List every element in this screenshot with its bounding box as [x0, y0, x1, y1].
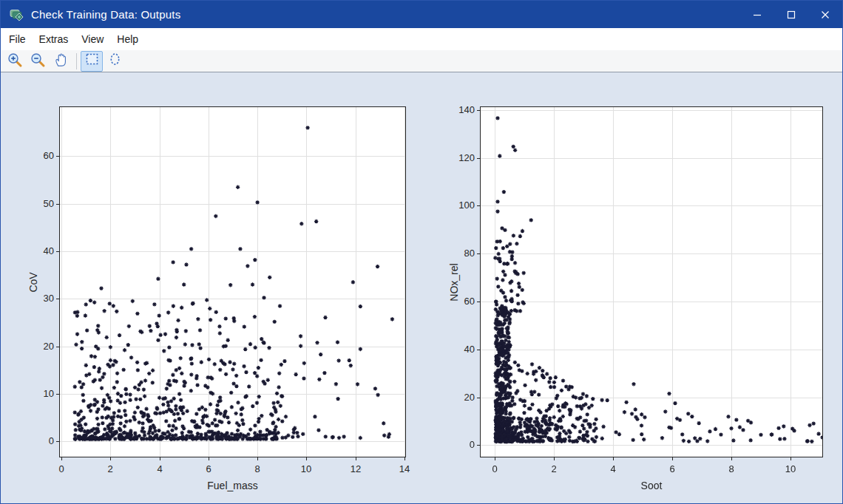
titlebar: Check Training Data: Outputs: [1, 1, 842, 28]
x-tick-label: 4: [598, 463, 628, 474]
y-tick-mark: [477, 350, 480, 350]
y-tick-mark: [56, 441, 59, 442]
x-tick-label: 8: [243, 463, 272, 474]
x-tick-mark: [672, 457, 673, 460]
plot-canvas-left[interactable]: [59, 106, 406, 457]
pan-hand-icon: [53, 52, 69, 70]
y-tick-label: 10: [24, 388, 54, 399]
menu-item-view[interactable]: View: [75, 30, 110, 49]
x-tick-mark: [306, 457, 307, 460]
y-tick-mark: [56, 204, 59, 205]
ellipse-select-icon: [107, 52, 123, 70]
y-tick-mark: [477, 302, 480, 302]
x-tick-label: 0: [480, 463, 509, 474]
y-tick-mark: [56, 251, 59, 252]
y-tick-mark: [56, 156, 59, 157]
x-tick-label: 8: [717, 463, 746, 474]
y-tick-label: 40: [24, 245, 54, 256]
y-tick-label: 100: [445, 200, 475, 211]
toolbar: [1, 50, 842, 72]
menu-item-extras[interactable]: Extras: [33, 30, 75, 49]
y-tick-label: 0: [445, 439, 475, 450]
app-icon: [9, 7, 25, 23]
x-tick-mark: [110, 457, 111, 460]
x-tick-mark: [209, 457, 209, 460]
y-tick-mark: [56, 299, 59, 299]
x-tick-mark: [356, 457, 356, 460]
maximize-button[interactable]: [774, 1, 808, 28]
toolbar-separator: [76, 53, 77, 69]
x-tick-mark: [495, 457, 495, 460]
x-tick-mark: [257, 457, 258, 460]
menu-item-help[interactable]: Help: [110, 30, 145, 49]
x-tick-label: 2: [539, 463, 569, 474]
x-tick-label: 14: [390, 463, 419, 474]
ellipse-select-button[interactable]: [104, 51, 126, 72]
scatter-plot-cov-vs-fuelmass[interactable]: [59, 106, 406, 457]
y-tick-label: 80: [445, 248, 475, 259]
y-tick-label: 140: [445, 104, 475, 115]
y-tick-label: 50: [24, 198, 54, 209]
minimize-button[interactable]: [740, 1, 774, 28]
x-tick-mark: [790, 457, 791, 460]
pan-button[interactable]: [50, 51, 72, 72]
y-tick-label: 120: [445, 152, 475, 163]
app-window: Check Training Data: Outputs FileExtrasV…: [0, 0, 843, 504]
plot-canvas-right[interactable]: [480, 106, 823, 457]
window-controls: [740, 1, 842, 28]
y-tick-label: 20: [24, 341, 54, 352]
rect-select-icon: [84, 52, 100, 70]
rect-select-button[interactable]: [81, 51, 103, 72]
x-tick-mark: [613, 457, 614, 460]
x-tick-label: 2: [95, 463, 125, 474]
y-tick-label: 20: [445, 392, 475, 403]
x-tick-label: 10: [291, 463, 321, 474]
x-tick-label: 10: [776, 463, 805, 474]
close-button[interactable]: [808, 1, 842, 28]
x-tick-mark: [731, 457, 732, 460]
x-tick-mark: [160, 457, 160, 460]
y-tick-mark: [477, 253, 480, 254]
y-tick-label: 60: [24, 150, 54, 161]
y-axis-label: CoV: [27, 272, 39, 292]
menu-item-file[interactable]: File: [2, 30, 33, 49]
window-title: Check Training Data: Outputs: [31, 8, 180, 21]
x-tick-mark: [554, 457, 555, 460]
y-tick-mark: [56, 394, 59, 395]
y-tick-label: 40: [445, 344, 475, 355]
y-tick-mark: [477, 445, 480, 446]
zoom-out-icon: [30, 52, 46, 71]
x-tick-label: 12: [341, 463, 370, 474]
y-tick-mark: [477, 110, 480, 111]
x-tick-label: 6: [194, 463, 223, 474]
y-tick-mark: [56, 347, 59, 347]
x-axis-label: Soot: [480, 480, 823, 491]
zoom-out-button[interactable]: [27, 51, 49, 72]
x-axis-label: Fuel_mass: [59, 480, 406, 491]
menubar: FileExtrasViewHelp: [1, 28, 842, 50]
x-tick-label: 6: [657, 463, 687, 474]
y-tick-mark: [477, 205, 480, 206]
x-tick-label: 4: [145, 463, 175, 474]
zoom-in-button[interactable]: [4, 51, 26, 72]
y-tick-label: 30: [24, 293, 54, 304]
x-tick-mark: [404, 457, 405, 460]
scatter-plot-noxrel-vs-soot[interactable]: [480, 106, 823, 457]
plot-content-area: 024681012140102030405060Fuel_massCoV0246…: [1, 72, 842, 503]
y-tick-label: 0: [24, 435, 54, 446]
x-tick-label: 0: [47, 463, 76, 474]
zoom-in-icon: [7, 52, 23, 71]
y-tick-mark: [477, 398, 480, 398]
x-tick-mark: [61, 457, 62, 460]
y-axis-label: NOx_rel: [448, 263, 460, 301]
y-tick-mark: [477, 158, 480, 159]
